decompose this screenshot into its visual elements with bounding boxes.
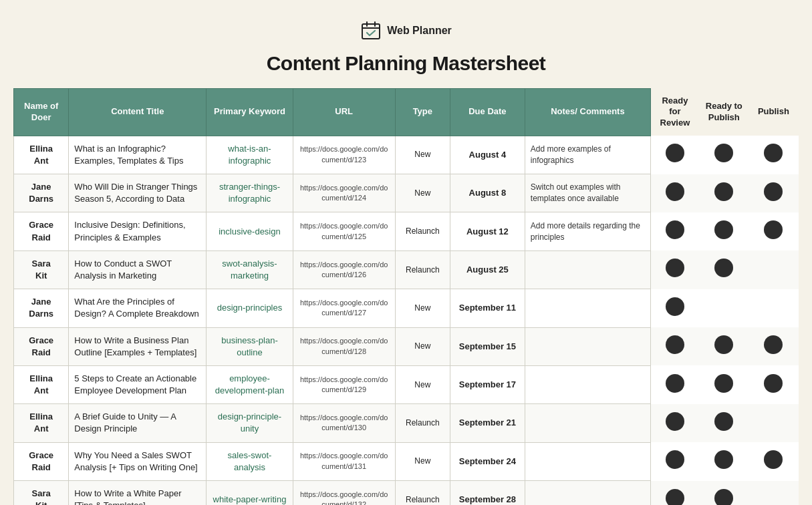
cell-duedate: August 25	[450, 250, 525, 289]
cell-url: https://docs.google.com/document/d/131	[293, 442, 395, 480]
ready-publish-indicator	[714, 335, 733, 354]
col-header-url: URL	[293, 89, 395, 136]
cell-url: https://docs.google.com/document/d/130	[293, 404, 395, 442]
app-title: Web Planner	[387, 25, 452, 37]
cell-name: JaneDarns	[14, 289, 69, 327]
ready-review-indicator	[666, 182, 684, 201]
cell-name: EllinaAnt	[14, 365, 69, 403]
cell-name: SaraKit	[14, 250, 69, 289]
col-header-ready-review: Ready for Review	[651, 89, 700, 136]
ready-review-indicator	[666, 144, 684, 162]
table-row: JaneDarns Who Will Die in Stranger Thing…	[14, 174, 799, 212]
ready-review-indicator	[666, 220, 684, 239]
cell-keyword: white-paper-writing	[207, 481, 293, 505]
ready-review-indicator	[666, 374, 684, 393]
ready-review-indicator	[666, 412, 684, 431]
cell-ready-review	[651, 327, 700, 365]
cell-name: GraceRaid	[14, 442, 69, 480]
cell-keyword: swot-analysis-marketing	[207, 250, 293, 289]
cell-duedate: September 15	[450, 327, 525, 365]
ready-publish-indicator	[714, 412, 733, 431]
cell-publish	[749, 327, 798, 365]
cell-ready-review	[651, 481, 700, 505]
cell-name: EllinaAnt	[14, 136, 69, 174]
table-row: EllinaAnt A Brief Guide to Unity — A Des…	[14, 404, 799, 442]
cell-notes: Add more examples of infographics	[525, 136, 650, 174]
table-row: GraceRaid Why You Need a Sales SWOT Anal…	[14, 442, 799, 480]
cell-name: JaneDarns	[14, 174, 69, 212]
publish-indicator	[764, 374, 783, 393]
publish-indicator	[764, 450, 783, 469]
svg-rect-0	[362, 24, 380, 39]
cell-keyword: business-plan-outline	[207, 327, 293, 365]
cell-notes	[525, 365, 650, 403]
publish-indicator	[764, 335, 783, 354]
cell-ready-publish	[699, 481, 749, 505]
ready-review-indicator	[666, 259, 684, 277]
cell-type: Relaunch	[395, 250, 450, 289]
cell-title: What is an Infographic? Examples, Templa…	[69, 136, 207, 174]
table-row: EllinaAnt What is an Infographic? Exampl…	[14, 136, 799, 174]
cell-duedate: September 17	[450, 365, 525, 403]
cell-type: New	[395, 289, 450, 327]
cell-duedate: September 11	[450, 289, 525, 327]
cell-notes: Switch out examples with templates once …	[525, 174, 650, 212]
cell-ready-review	[651, 136, 700, 174]
cell-keyword: what-is-an-infographic	[207, 136, 293, 174]
cell-duedate: August 8	[450, 174, 525, 212]
publish-indicator	[764, 182, 783, 201]
cell-url: https://docs.google.com/document/d/124	[293, 174, 395, 212]
table-row: JaneDarns What Are the Principles of Des…	[14, 289, 799, 327]
ready-publish-indicator	[714, 450, 733, 469]
cell-keyword: inclusive-design	[207, 212, 293, 250]
cell-ready-publish	[699, 250, 749, 289]
cell-title: How to Write a White Paper [Tips & Templ…	[69, 481, 207, 505]
cell-title: How to Conduct a SWOT Analysis in Market…	[69, 250, 207, 289]
cell-ready-publish	[699, 289, 749, 327]
ready-publish-indicator	[714, 220, 733, 239]
cell-keyword: design-principles	[207, 289, 293, 327]
app-header: Web Planner	[13, 20, 799, 41]
col-header-title: Content Title	[69, 89, 207, 136]
cell-publish	[749, 442, 798, 480]
cell-notes	[525, 442, 650, 480]
ready-publish-indicator	[714, 259, 733, 277]
table-wrapper: Name of Doer Content Title Primary Keywo…	[13, 88, 799, 505]
ready-review-indicator	[666, 297, 684, 316]
cell-duedate: September 24	[450, 442, 525, 480]
table-row: SaraKit How to Conduct a SWOT Analysis i…	[14, 250, 799, 289]
cell-url: https://docs.google.com/document/d/126	[293, 250, 395, 289]
cell-duedate: September 21	[450, 404, 525, 442]
table-row: SaraKit How to Write a White Paper [Tips…	[14, 481, 799, 505]
ready-review-indicator	[666, 450, 684, 469]
cell-type: New	[395, 136, 450, 174]
cell-title: Inclusive Design: Definitions, Principle…	[69, 212, 207, 250]
cell-name: GraceRaid	[14, 212, 69, 250]
cell-type: New	[395, 442, 450, 480]
cell-type: Relaunch	[395, 481, 450, 505]
col-header-notes: Notes/ Comments	[525, 89, 650, 136]
cell-title: Who Will Die in Stranger Things Season 5…	[69, 174, 207, 212]
cell-url: https://docs.google.com/document/d/127	[293, 289, 395, 327]
cell-ready-review	[651, 365, 700, 403]
cell-type: New	[395, 327, 450, 365]
cell-ready-publish	[699, 442, 749, 480]
cell-ready-review	[651, 442, 700, 480]
ready-publish-indicator	[714, 182, 733, 201]
cell-name: SaraKit	[14, 481, 69, 505]
cell-ready-review	[651, 250, 700, 289]
cell-ready-review	[651, 174, 700, 212]
cell-ready-publish	[699, 212, 749, 250]
cell-title: Why You Need a Sales SWOT Analysis [+ Ti…	[69, 442, 207, 480]
col-header-publish: Publish	[749, 89, 798, 136]
cell-url: https://docs.google.com/document/d/125	[293, 212, 395, 250]
col-header-name: Name of Doer	[14, 89, 69, 136]
cell-ready-publish	[699, 136, 749, 174]
cell-type: New	[395, 365, 450, 403]
cell-ready-review	[651, 289, 700, 327]
ready-publish-indicator	[714, 374, 733, 393]
cell-url: https://docs.google.com/document/d/123	[293, 136, 395, 174]
cell-publish	[749, 136, 798, 174]
cell-url: https://docs.google.com/document/d/129	[293, 365, 395, 403]
cell-title: 5 Steps to Create an Actionable Employee…	[69, 365, 207, 403]
